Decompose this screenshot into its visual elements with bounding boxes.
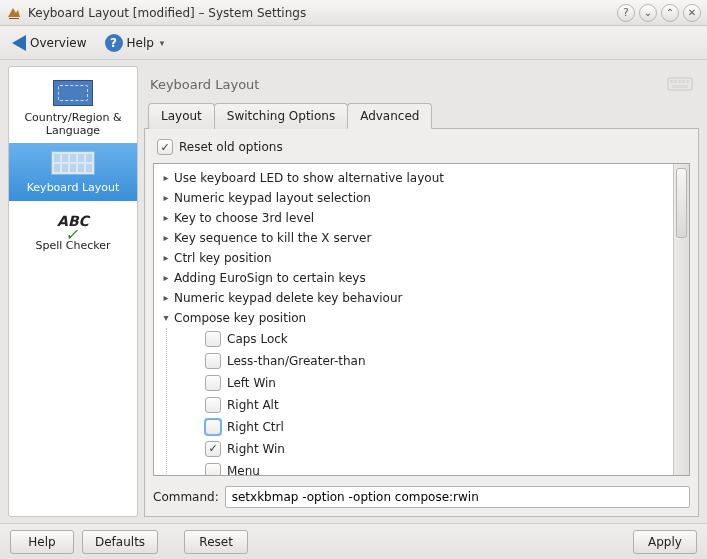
options-tree[interactable]: ▸Use keyboard LED to show alternative la… — [154, 164, 673, 475]
sidebar-item-label: Keyboard Layout — [27, 181, 120, 194]
svg-rect-6 — [672, 85, 688, 88]
sidebar-item-country[interactable]: Country/Region & Language — [9, 73, 137, 143]
sidebar-item-keyboard-layout[interactable]: Keyboard Layout — [9, 143, 137, 200]
svg-rect-0 — [668, 78, 692, 90]
window-help-button[interactable]: ? — [617, 4, 635, 22]
compose-option-ltgt[interactable]: Less-than/Greater-than — [177, 350, 671, 372]
checkbox[interactable] — [205, 441, 221, 457]
expand-icon: ▸ — [160, 289, 172, 307]
tree-node-eurosign[interactable]: ▸Adding EuroSign to certain keys — [156, 268, 671, 288]
collapse-icon: ▾ — [160, 309, 172, 327]
tab-layout[interactable]: Layout — [148, 103, 215, 129]
svg-rect-3 — [678, 80, 681, 83]
option-label: Right Ctrl — [227, 416, 284, 438]
tree-node-ctrl-position[interactable]: ▸Ctrl key position — [156, 248, 671, 268]
command-row: Command: — [153, 482, 690, 508]
defaults-button[interactable]: Defaults — [82, 530, 158, 554]
section-title: Keyboard Layout — [150, 77, 667, 92]
expand-icon: ▸ — [160, 209, 172, 227]
compose-option-caps[interactable]: Caps Lock — [177, 328, 671, 350]
expand-icon: ▸ — [160, 169, 172, 187]
window-minimize-button[interactable]: ⌄ — [639, 4, 657, 22]
tab-panel-advanced: Reset old options ▸Use keyboard LED to s… — [144, 129, 699, 517]
checkbox[interactable] — [205, 397, 221, 413]
scrollbar-thumb[interactable] — [676, 168, 687, 238]
help-label: Help — [127, 36, 154, 50]
expand-icon: ▸ — [160, 189, 172, 207]
bottom-button-bar: Help Defaults Reset Apply — [0, 523, 707, 559]
overview-button[interactable]: Overview — [8, 33, 91, 53]
app-icon — [6, 5, 22, 21]
option-label: Right Alt — [227, 394, 279, 416]
option-label: Less-than/Greater-than — [227, 350, 366, 372]
back-arrow-icon — [12, 35, 26, 51]
option-label: Caps Lock — [227, 328, 288, 350]
help-menu-button[interactable]: ? Help ▾ — [101, 32, 169, 54]
tree-scrollbar[interactable] — [673, 164, 689, 475]
keyboard-icon — [49, 149, 97, 177]
command-label: Command: — [153, 490, 219, 504]
expand-icon: ▸ — [160, 229, 172, 247]
tree-node-led[interactable]: ▸Use keyboard LED to show alternative la… — [156, 168, 671, 188]
tree-node-third-level[interactable]: ▸Key to choose 3rd level — [156, 208, 671, 228]
sidebar-item-spell-checker[interactable]: ABC Spell Checker — [9, 201, 137, 258]
tab-switching-options[interactable]: Switching Options — [214, 103, 348, 129]
section-header: Keyboard Layout — [144, 66, 699, 102]
compose-option-ralt[interactable]: Right Alt — [177, 394, 671, 416]
option-label: Left Win — [227, 372, 276, 394]
chevron-down-icon: ▾ — [160, 38, 165, 48]
option-label: Menu — [227, 460, 260, 475]
reset-old-options-checkbox[interactable] — [157, 139, 173, 155]
content-pane: Keyboard Layout Layout Switching Options… — [144, 66, 699, 517]
tree-node-kill-x[interactable]: ▸Key sequence to kill the X server — [156, 228, 671, 248]
tab-bar: Layout Switching Options Advanced — [144, 102, 699, 129]
expand-icon: ▸ — [160, 249, 172, 267]
expand-icon: ▸ — [160, 269, 172, 287]
tree-node-numpad-selection[interactable]: ▸Numeric keypad layout selection — [156, 188, 671, 208]
reset-old-options-label: Reset old options — [179, 140, 283, 154]
help-icon: ? — [105, 34, 123, 52]
window-close-button[interactable]: ✕ — [683, 4, 701, 22]
reset-button[interactable]: Reset — [184, 530, 248, 554]
tree-node-compose[interactable]: ▾Compose key position — [156, 308, 671, 328]
compose-option-rctrl[interactable]: Right Ctrl — [177, 416, 671, 438]
window-titlebar: Keyboard Layout [modified] – System Sett… — [0, 0, 707, 26]
keyboard-icon — [667, 75, 693, 93]
compose-option-lwin[interactable]: Left Win — [177, 372, 671, 394]
svg-rect-1 — [670, 80, 673, 83]
checkbox[interactable] — [205, 463, 221, 475]
checkbox[interactable] — [205, 331, 221, 347]
checkbox[interactable] — [205, 419, 221, 435]
globe-flag-icon — [49, 79, 97, 107]
svg-rect-5 — [686, 80, 689, 83]
sidebar-item-label: Country/Region & Language — [13, 111, 133, 137]
checkbox[interactable] — [205, 353, 221, 369]
compose-option-menu[interactable]: Menu — [177, 460, 671, 475]
command-input[interactable] — [225, 486, 690, 508]
toolbar: Overview ? Help ▾ — [0, 26, 707, 60]
svg-rect-4 — [682, 80, 685, 83]
option-label: Right Win — [227, 438, 285, 460]
checkbox[interactable] — [205, 375, 221, 391]
window-title: Keyboard Layout [modified] – System Sett… — [22, 6, 617, 20]
compose-option-rwin[interactable]: Right Win — [177, 438, 671, 460]
tree-children-compose: Caps Lock Less-than/Greater-than Left Wi… — [166, 328, 671, 475]
help-button[interactable]: Help — [10, 530, 74, 554]
window-controls: ? ⌄ ⌃ ✕ — [617, 4, 701, 22]
reset-old-options-row: Reset old options — [153, 137, 690, 157]
svg-rect-2 — [674, 80, 677, 83]
window-maximize-button[interactable]: ⌃ — [661, 4, 679, 22]
options-tree-container: ▸Use keyboard LED to show alternative la… — [153, 163, 690, 476]
apply-button[interactable]: Apply — [633, 530, 697, 554]
sidebar: Country/Region & Language Keyboard Layou… — [8, 66, 138, 517]
spellcheck-icon: ABC — [49, 207, 97, 235]
tree-node-numpad-delete[interactable]: ▸Numeric keypad delete key behaviour — [156, 288, 671, 308]
tab-advanced[interactable]: Advanced — [347, 103, 432, 129]
overview-label: Overview — [30, 36, 87, 50]
